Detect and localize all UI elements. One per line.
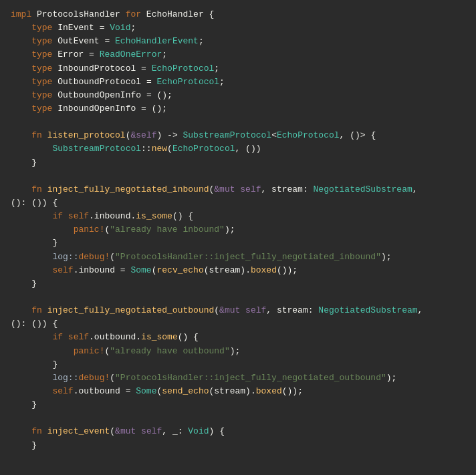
line-3: type OutEvent = EchoHandlerEvent; <box>11 35 465 48</box>
line-24: (): ()) { <box>11 317 465 331</box>
line-32: fn inject_event(&mut self, _: Void) { <box>11 425 465 438</box>
line-9 <box>11 116 465 129</box>
line-23: fn inject_fully_negotiated_outbound(&mut… <box>11 304 465 317</box>
line-12: } <box>11 156 465 170</box>
line-13 <box>11 170 465 183</box>
line-14: fn inject_fully_negotiated_inbound(&mut … <box>11 183 465 196</box>
line-5: type InboundProtocol = EchoProtocol; <box>11 62 465 75</box>
line-20: self.inbound = Some(recv_echo(stream).bo… <box>11 264 465 277</box>
line-17: panic!("already have inbound"); <box>11 223 465 236</box>
line-1: impl ProtocolsHandler for EchoHandler { <box>11 8 465 21</box>
line-33: } <box>11 439 465 452</box>
line-10: fn listen_protocol(&self) -> SubstreamPr… <box>11 129 465 142</box>
line-6: type OutboundProtocol = EchoProtocol; <box>11 75 465 89</box>
line-19: log::debug!("ProtocolsHandler::inject_fu… <box>11 251 465 264</box>
line-18: } <box>11 236 465 250</box>
code-editor: impl ProtocolsHandler for EchoHandler { … <box>0 0 476 460</box>
line-16: if self.inbound.is_some() { <box>11 210 465 223</box>
line-4: type Error = ReadOneError; <box>11 48 465 61</box>
line-27: } <box>11 358 465 371</box>
line-2: type InEvent = Void; <box>11 21 465 35</box>
line-22 <box>11 291 465 304</box>
line-15: (): ()) { <box>11 196 465 210</box>
line-31 <box>11 412 465 425</box>
line-8: type InboundOpenInfo = (); <box>11 102 465 116</box>
line-26: panic!("already have outbound"); <box>11 345 465 358</box>
line-29: self.outbound = Some(send_echo(stream).b… <box>11 385 465 398</box>
line-21: } <box>11 277 465 291</box>
line-25: if self.outbound.is_some() { <box>11 331 465 344</box>
line-7: type OutboundOpenInfo = (); <box>11 89 465 102</box>
line-30: } <box>11 398 465 412</box>
line-28: log::debug!("ProtocolsHandler::inject_fu… <box>11 371 465 385</box>
line-11: SubstreamProtocol::new(EchoProtocol, ()) <box>11 142 465 156</box>
